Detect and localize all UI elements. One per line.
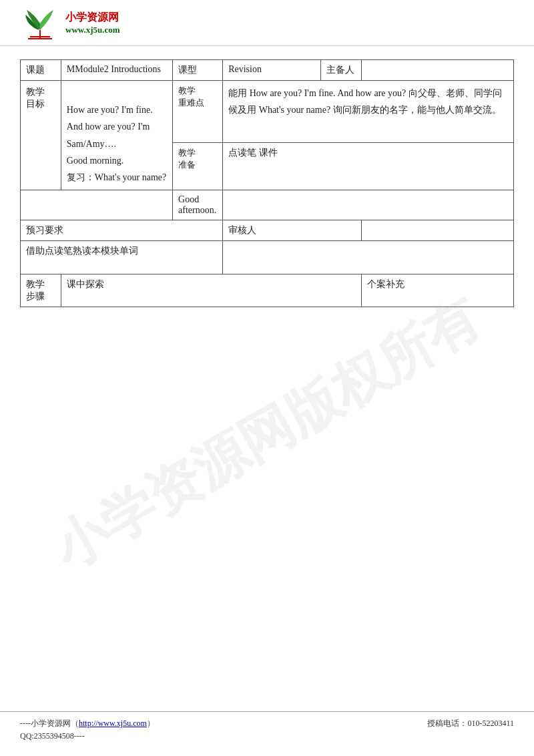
logo-name: 小学资源网 [65, 11, 120, 25]
zhongdian-cell: 能用 How are you? I'm fine. And how are yo… [223, 81, 514, 143]
main-content: 课题 MModule2 Introductions 课型 Revision 主备… [0, 46, 534, 321]
jiaoxuebuzoulabel-cell: 教学步骤 [21, 274, 61, 307]
footer-left: ----小学资源网（http://www.xj5u.com） QQ:235539… [20, 717, 155, 743]
ketilabel-cell: 课题 [21, 60, 61, 81]
jiaoxuelabel-cell: 教学 目标 [21, 81, 61, 190]
yuxi-content-cell: 借助点读笔熟读本模块单词 [21, 241, 223, 274]
page-header: 小学资源网 www.xj5u.com [0, 0, 534, 46]
yuxilabel-cell: 预习要求 [21, 220, 223, 241]
goodafternoon-text: Good afternoon. [178, 194, 216, 215]
yuxi-right-cell [223, 241, 514, 274]
keti-cell: MModule2 Introductions [61, 60, 172, 81]
zhubeiren-cell [361, 60, 513, 81]
page-footer: ----小学资源网（http://www.xj5u.com） QQ:235539… [0, 711, 534, 743]
lesson-table: 课题 MModule2 Introductions 课型 Revision 主备… [20, 59, 514, 307]
table-row-goodafternoon: Good afternoon. [21, 190, 514, 220]
kexing-cell: Revision [223, 60, 321, 81]
logo-url: www.xj5u.com [65, 25, 120, 36]
logo-text: 小学资源网 www.xj5u.com [65, 11, 120, 36]
shenheren-cell [361, 220, 513, 241]
zhongdianlabel-cell: 教学 重难点 [173, 81, 223, 143]
table-row-yuxi-content: 借助点读笔熟读本模块单词 [21, 241, 514, 274]
table-row-yuxi: 预习要求 审核人 [21, 220, 514, 241]
table-row-jiaoxue: 教学 目标 How are you? I'm fine. And how are… [21, 81, 514, 143]
shenhelabel-cell: 审核人 [223, 220, 362, 241]
footer-left-line2: QQ:2355394508---- [20, 730, 155, 743]
zhunbeilabel-cell: 教学 准备 [173, 142, 223, 190]
table-row-ketiti: 课题 MModule2 Introductions 课型 Revision 主备… [21, 60, 514, 81]
zhunbei-cell: 点读笔 课件 [223, 142, 514, 190]
logo-area: 小学资源网 www.xj5u.com [20, 7, 120, 40]
footer-right: 授稿电话：010-52203411 [427, 717, 514, 730]
jiaoxue-content-text: How are you? I'm fine. And how are you? … [67, 105, 166, 182]
goodafternoon-cell: Good afternoon. [173, 190, 223, 220]
footer-link[interactable]: http://www.xj5u.com [79, 719, 147, 728]
empty-right-cell [223, 190, 514, 220]
zhubeiren-label-cell: 主备人 [321, 60, 362, 81]
table-row-jiaoxuebuzou: 教学步骤 课中探索 个案补充 [21, 274, 514, 307]
jiaoxue-content-cell: How are you? I'm fine. And how are you? … [61, 81, 172, 190]
empty-label-cell [21, 190, 173, 220]
logo-icon [20, 7, 60, 40]
geanbuchong-cell: 个案补充 [361, 274, 513, 307]
kechuantansuo-cell: 课中探索 [61, 274, 361, 307]
footer-left-line1: ----小学资源网（http://www.xj5u.com） [20, 717, 155, 730]
footer-right-line1: 授稿电话：010-52203411 [427, 717, 514, 730]
kexinglabel-cell: 课型 [173, 60, 223, 81]
